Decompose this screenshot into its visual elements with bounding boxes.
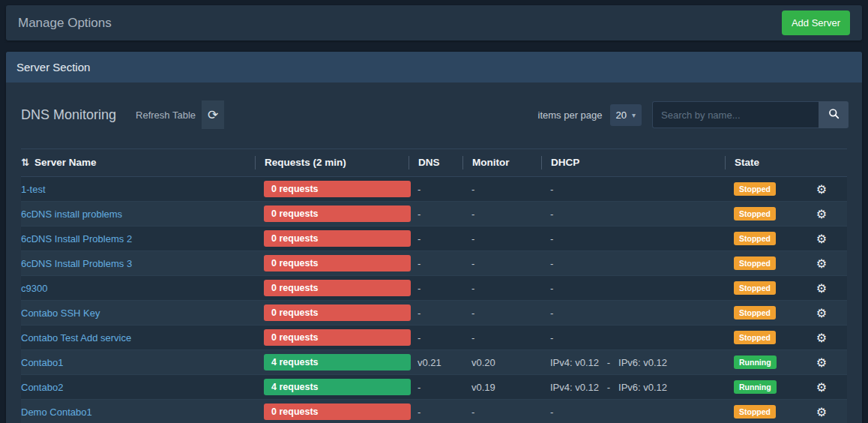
state-cell: Stopped <box>725 405 796 418</box>
dns-version-cell: - <box>409 406 462 418</box>
actions-cell: ⚙ <box>796 182 847 196</box>
dhcp-cell: - <box>541 258 725 269</box>
column-header-server-name[interactable]: ⇅Server Name <box>21 156 255 170</box>
add-server-button[interactable]: Add Server <box>782 10 850 35</box>
dns-version-cell: - <box>409 208 462 220</box>
requests-badge: 0 requests <box>264 255 411 272</box>
state-badge: Stopped <box>734 405 776 418</box>
state-badge: Stopped <box>734 256 776 270</box>
server-name-cell: 1-test <box>21 184 255 195</box>
gear-icon[interactable]: ⚙ <box>816 406 827 418</box>
server-name-link[interactable]: 6cDNS install problems <box>21 208 122 220</box>
column-header-actions <box>796 156 847 170</box>
monitor-version-cell: v0.20 <box>462 357 541 368</box>
section-title: Server Section <box>16 61 90 74</box>
monitor-version-cell: - <box>462 283 541 294</box>
refresh-button[interactable]: ⟳ <box>202 100 224 129</box>
gear-icon[interactable]: ⚙ <box>816 356 827 369</box>
table-row: 1-test 0 requests - - - Stopped ⚙ <box>21 177 847 202</box>
server-name-cell: Contabo2 <box>21 382 255 393</box>
dns-version-cell: - <box>409 382 462 393</box>
requests-cell: 0 requests <box>255 230 409 247</box>
search-icon <box>828 108 840 122</box>
server-name-link[interactable]: Contabo SSH Key <box>21 308 100 319</box>
server-name-cell: Demo Contabo1 <box>21 406 255 418</box>
server-name-link[interactable]: c9300 <box>21 283 47 294</box>
search-button[interactable] <box>819 101 849 128</box>
server-name-link[interactable]: Contabo2 <box>21 382 63 393</box>
server-name-cell: Contabo Test Add service <box>21 332 255 344</box>
dhcp-cell: - <box>541 308 725 319</box>
top-bar: Manage Options Add Server <box>6 5 862 40</box>
requests-badge: 0 requests <box>264 404 411 420</box>
table-row: Contabo2 4 requests - v0.19 IPv4: v0.12 … <box>21 375 847 400</box>
server-name-link[interactable]: Contabo1 <box>21 357 63 368</box>
server-name-cell: 6cDNS Install Problems 2 <box>21 233 255 244</box>
server-name-link[interactable]: Demo Contabo1 <box>21 406 92 418</box>
gear-icon[interactable]: ⚙ <box>816 257 827 270</box>
server-name-link[interactable]: 1-test <box>21 184 46 195</box>
dhcp-cell: IPv4: v0.12 - IPv6: v0.12 <box>541 382 725 393</box>
server-name-cell: Contabo1 <box>21 357 255 368</box>
search-input[interactable] <box>652 101 819 128</box>
requests-badge: 0 requests <box>264 230 411 247</box>
dns-version-cell: - <box>409 184 462 195</box>
requests-cell: 0 requests <box>255 255 409 272</box>
items-per-page-label: items per page <box>538 110 603 121</box>
dns-version-cell: - <box>409 283 462 294</box>
monitor-version-cell: - <box>462 308 541 319</box>
gear-icon[interactable]: ⚙ <box>816 332 827 344</box>
state-badge: Stopped <box>734 281 776 295</box>
requests-cell: 0 requests <box>255 181 409 197</box>
server-name-link[interactable]: Contabo Test Add service <box>21 332 131 344</box>
server-section-card: Server Section DNS Monitoring Refresh Ta… <box>6 52 862 423</box>
actions-cell: ⚙ <box>796 281 847 296</box>
table-row: Contabo SSH Key 0 requests - - - Stopped… <box>21 301 847 326</box>
table-toolbar: DNS Monitoring Refresh Table ⟳ items per… <box>6 82 862 148</box>
server-name-cell: c9300 <box>21 283 255 294</box>
server-name-cell: Contabo SSH Key <box>21 308 255 319</box>
sort-icon: ⇅ <box>21 157 29 168</box>
actions-cell: ⚙ <box>796 405 847 419</box>
requests-cell: 4 requests <box>255 354 409 370</box>
search-group <box>652 101 849 128</box>
gear-icon[interactable]: ⚙ <box>816 307 827 320</box>
requests-badge: 4 requests <box>264 354 411 370</box>
server-name-link[interactable]: 6cDNS Install Problems 3 <box>21 258 132 269</box>
refresh-icon: ⟳ <box>208 107 218 123</box>
dhcp-cell: - <box>541 208 725 220</box>
column-header-dns: DNS <box>409 156 462 170</box>
requests-cell: 0 requests <box>255 280 409 296</box>
requests-badge: 0 requests <box>264 206 411 222</box>
dhcp-cell: - <box>541 233 725 244</box>
page-title: Manage Options <box>18 16 112 31</box>
state-cell: Stopped <box>725 207 796 220</box>
actions-cell: ⚙ <box>796 356 847 370</box>
monitor-version-cell: - <box>462 233 541 244</box>
server-name-link[interactable]: 6cDNS Install Problems 2 <box>21 233 132 244</box>
toolbar-right: items per page 20 ▾ <box>538 101 849 128</box>
state-cell: Stopped <box>725 281 796 295</box>
state-badge: Stopped <box>734 207 776 220</box>
gear-icon[interactable]: ⚙ <box>816 282 827 295</box>
gear-icon[interactable]: ⚙ <box>816 183 827 196</box>
requests-cell: 0 requests <box>255 329 409 346</box>
table-row: Contabo Test Add service 0 requests - - … <box>21 326 847 350</box>
state-cell: Running <box>725 356 796 369</box>
gear-icon[interactable]: ⚙ <box>816 232 827 245</box>
state-cell: Stopped <box>725 306 796 320</box>
section-header: Server Section <box>6 52 862 82</box>
server-name-cell: 6cDNS install problems <box>21 208 255 220</box>
dns-version-cell: - <box>409 332 462 344</box>
dhcp-cell: - <box>541 332 725 344</box>
dns-version-cell: - <box>409 258 462 269</box>
actions-cell: ⚙ <box>796 232 847 246</box>
gear-icon[interactable]: ⚙ <box>816 381 827 394</box>
gear-icon[interactable]: ⚙ <box>816 208 827 220</box>
requests-badge: 0 requests <box>264 181 411 197</box>
items-per-page-select[interactable]: 20 ▾ <box>610 104 642 126</box>
state-badge: Stopped <box>734 232 776 245</box>
dns-version-cell: v0.21 <box>409 357 462 368</box>
dhcp-cell: - <box>541 184 725 195</box>
dns-version-cell: - <box>409 233 462 244</box>
